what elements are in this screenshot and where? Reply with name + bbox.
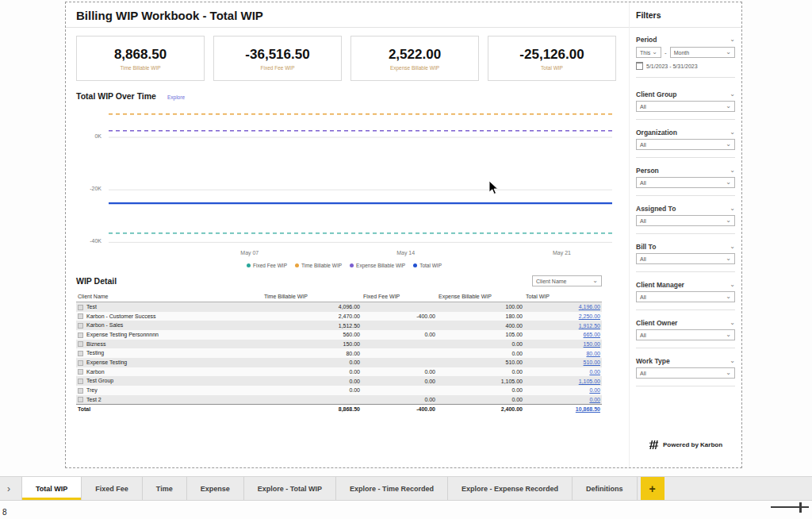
filter-value-dropdown[interactable]: All⌄	[636, 139, 735, 150]
x-axis-tick-label: May 14	[392, 250, 420, 256]
total-wip-link[interactable]: 2,250.00	[579, 313, 600, 319]
period-filter-header[interactable]: Period ⌄	[636, 34, 735, 44]
explore-link[interactable]: Explore	[167, 94, 185, 100]
divider	[636, 386, 735, 386]
filter-group-header[interactable]: Client Manager⌄	[636, 279, 735, 290]
chevron-right-icon[interactable]: ›	[7, 483, 10, 494]
tab-fixed-fee[interactable]: Fixed Fee	[82, 477, 143, 500]
table-row[interactable]: Trey0.000.000.00	[76, 386, 602, 395]
total-wip-link[interactable]: 0.00	[589, 387, 600, 393]
filter-value-dropdown[interactable]: All⌄	[636, 215, 735, 226]
chevron-down-icon: ⌄	[726, 104, 731, 109]
period-preset-dropdown[interactable]: This ⌄	[636, 47, 661, 58]
column-header[interactable]: Time Billable WIP	[262, 291, 362, 302]
client-name-cell: Bizness	[76, 340, 262, 349]
filter-value-dropdown[interactable]: All⌄	[636, 329, 735, 340]
tab-explore-total-wip[interactable]: Explore - Total WIP	[244, 477, 336, 500]
value-cell: 0.00	[262, 376, 362, 386]
expand-icon[interactable]	[78, 305, 83, 310]
value-cell: 4,096.00	[262, 302, 362, 312]
tab-explore-time-recorded[interactable]: Explore - Time Recorded	[336, 477, 448, 500]
value-cell: 560.00	[262, 330, 362, 340]
filter-group-header[interactable]: Assigned To⌄	[636, 203, 735, 213]
table-row[interactable]: Testing80.000.0080.00	[76, 348, 602, 358]
filter-value-dropdown[interactable]: All⌄	[636, 367, 735, 379]
expand-icon[interactable]	[78, 388, 83, 394]
legend-item[interactable]: Time Billable WIP	[295, 263, 342, 268]
table-row[interactable]: Bizness150.000.00150.00	[76, 340, 602, 349]
expand-icon[interactable]	[78, 313, 83, 319]
expand-icon[interactable]	[78, 333, 83, 338]
expand-icon[interactable]	[78, 360, 83, 366]
filter-value-dropdown[interactable]: All⌄	[636, 101, 735, 112]
scrubber-handle[interactable]	[799, 502, 802, 513]
total-wip-link[interactable]: 1,105.00	[579, 379, 600, 384]
filter-selected-value: All	[640, 256, 646, 262]
overlay-page-number: 8	[2, 508, 7, 517]
value-cell: 510.00	[437, 358, 524, 367]
value-cell: 105.00	[437, 330, 524, 340]
filter-group-header[interactable]: Bill To⌄	[636, 241, 735, 252]
filters-title: Filters	[636, 10, 735, 20]
table-row[interactable]: Expense Testing Personnnnn560.000.00105.…	[76, 330, 602, 340]
table-row[interactable]: Test Group0.000.001,105.001,105.00	[76, 376, 602, 386]
table-row[interactable]: Test4,096.00100.004,196.00	[76, 302, 602, 312]
add-page-button[interactable]: +	[641, 477, 665, 500]
tab-time[interactable]: Time	[143, 477, 187, 500]
client-name-cell: Karbon	[76, 367, 262, 377]
client-name-cell: Test Group	[76, 376, 262, 386]
column-header[interactable]: Client Name	[76, 291, 262, 302]
column-header[interactable]: Expense Billable WIP	[437, 291, 524, 302]
total-wip-link[interactable]: 1,912.50	[579, 323, 600, 329]
tab-definitions[interactable]: Definitions	[573, 477, 638, 500]
total-wip-link[interactable]: 0.00	[589, 397, 600, 402]
expand-icon[interactable]	[78, 341, 83, 347]
client-name: Testing	[86, 350, 104, 356]
column-header[interactable]: Fixed Fee WIP	[362, 291, 437, 302]
total-wip-link[interactable]: 10,868.50	[576, 406, 600, 412]
filter-value-dropdown[interactable]: All⌄	[636, 253, 735, 264]
total-wip-link[interactable]: 4,196.00	[579, 304, 600, 309]
filter-group-header[interactable]: Organization⌄	[636, 127, 735, 137]
filter-group-header[interactable]: Client Group⌄	[636, 89, 735, 99]
legend-label: Fixed Fee WIP	[253, 263, 287, 268]
column-header[interactable]: Total WIP	[524, 291, 602, 302]
filter-group-header[interactable]: Work Type⌄	[636, 356, 735, 366]
expand-icon[interactable]	[78, 351, 83, 356]
total-wip-link[interactable]: 80.00	[586, 351, 600, 356]
expand-icon[interactable]	[78, 379, 83, 384]
table-row[interactable]: Karbon - Sales1,512.50400.001,912.50	[76, 321, 602, 330]
client-name-dropdown[interactable]: Client Name ⌄	[532, 275, 602, 286]
tab-total-wip[interactable]: Total WIP	[21, 477, 82, 500]
tab-explore-expense-recorded[interactable]: Explore - Expense Recorded	[448, 477, 573, 500]
period-unit-dropdown[interactable]: Month ⌄	[670, 47, 735, 58]
client-name: Expense Testing Personnnnn	[86, 332, 159, 337]
filter-group: Client Group⌄All⌄	[636, 89, 735, 120]
legend-item[interactable]: Expense Billable WIP	[350, 263, 405, 268]
legend-item[interactable]: Fixed Fee WIP	[247, 263, 287, 268]
total-wip-link[interactable]: 150.00	[584, 341, 600, 347]
filter-value-dropdown[interactable]: All⌄	[636, 291, 735, 302]
expand-icon[interactable]	[78, 323, 83, 329]
filter-group-label: Client Group	[636, 90, 676, 98]
chart-block: Total WIP Over Time Explore 0K-20K-40K M…	[76, 91, 612, 268]
total-wip-link[interactable]: 665.00	[584, 332, 600, 337]
table-row[interactable]: Expense Testing0.00510.00510.00	[76, 358, 602, 367]
filter-group-header[interactable]: Client Owner⌄	[636, 317, 735, 328]
value-cell: 0.00	[437, 386, 524, 395]
expand-icon[interactable]	[78, 369, 83, 375]
total-wip-link[interactable]: 510.00	[584, 359, 600, 365]
expand-icon[interactable]	[78, 397, 83, 402]
value-cell	[362, 321, 437, 330]
filter-value-dropdown[interactable]: All⌄	[636, 177, 735, 188]
value-cell: 0.00	[437, 395, 524, 405]
table-row[interactable]: Karbon0.000.000.000.00	[76, 367, 602, 377]
value-cell: 80.00	[262, 348, 362, 358]
table-row[interactable]: Karbon - Customer Success2,470.00-400.00…	[76, 312, 602, 321]
filter-group-header[interactable]: Person⌄	[636, 165, 735, 175]
total-wip-link[interactable]: 0.00	[589, 369, 600, 375]
tab-expense[interactable]: Expense	[187, 477, 244, 500]
legend-item[interactable]: Total WIP	[413, 263, 442, 268]
timeline-scrubber[interactable]	[771, 502, 809, 513]
table-row[interactable]: Test 20.000.000.00	[76, 395, 602, 405]
